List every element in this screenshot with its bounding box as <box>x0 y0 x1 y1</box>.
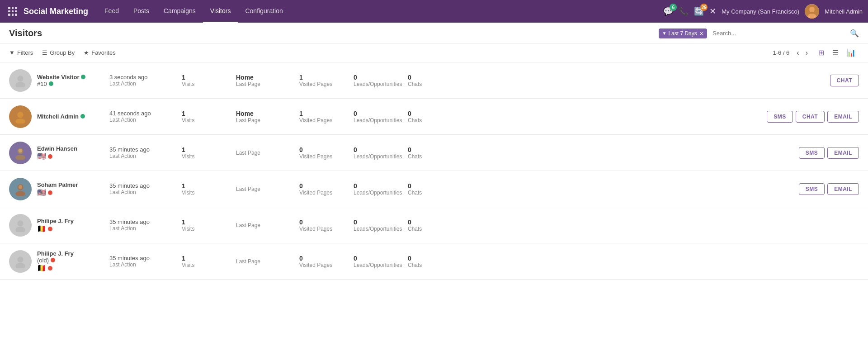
last-page-col: Last Page <box>236 258 299 265</box>
table-row: Website Visitor#10 3 seconds ago Last Ac… <box>0 62 868 99</box>
visitor-info: Mitchell Admin <box>37 113 109 120</box>
apps-menu-icon[interactable] <box>5 4 20 19</box>
nav-visitors[interactable]: Visitors <box>203 0 238 23</box>
visitor-flag-row: 🇺🇸 <box>37 188 109 197</box>
visitor-avatar <box>9 142 32 164</box>
leads-count: 0 <box>354 74 408 81</box>
next-page-btn[interactable]: › <box>803 48 811 58</box>
group-by-label: Group By <box>50 49 75 56</box>
visits-label: Visits <box>182 81 236 87</box>
visited-pages-label: Visited Pages <box>299 262 354 268</box>
leads-label: Leads/Opportunities <box>354 226 408 232</box>
visited-pages-count: 1 <box>299 74 354 81</box>
chats-count: 0 <box>408 146 462 153</box>
chats-label: Chats <box>408 262 462 268</box>
user-avatar[interactable] <box>805 4 819 19</box>
action-sms-btn[interactable]: SMS <box>767 111 793 123</box>
visitor-time: 3 seconds ago Last Action <box>109 74 182 87</box>
action-buttons: CHAT <box>830 75 859 86</box>
nav-feed[interactable]: Feed <box>97 0 126 23</box>
action-email-btn[interactable]: EMAIL <box>827 147 859 159</box>
action-chat-btn[interactable]: CHAT <box>796 111 825 123</box>
toolbar-right: 1-6 / 6 ‹ › ⊞ ☰ 📊 <box>773 47 859 58</box>
chats-col: 0 Chats <box>408 146 462 160</box>
nav-posts[interactable]: Posts <box>126 0 156 23</box>
user-name[interactable]: Mitchell Admin <box>825 8 863 15</box>
visited-pages-count: 0 <box>299 182 354 190</box>
leads-count: 0 <box>354 146 408 153</box>
filters-btn[interactable]: ▼ Filters <box>9 49 33 56</box>
action-sms-btn[interactable]: SMS <box>799 147 825 159</box>
chats-label: Chats <box>408 117 462 124</box>
filter-tag-label: Last 7 Days <box>668 30 697 37</box>
visits-count: 1 <box>182 218 236 226</box>
chats-col: 0 Chats <box>408 110 462 124</box>
last-page-col: Last Page <box>236 222 299 228</box>
group-by-btn[interactable]: ☰ Group By <box>42 49 75 56</box>
leads-col: 0 Leads/Opportunities <box>354 218 408 232</box>
nav-campaigns[interactable]: Campaigns <box>156 0 203 23</box>
close-icon-btn[interactable]: ✕ <box>709 6 716 16</box>
leads-label: Leads/Opportunities <box>354 190 408 196</box>
nav-configuration[interactable]: Configuration <box>238 0 290 23</box>
list-view-btn[interactable]: ☰ <box>829 47 842 58</box>
kanban-view-btn[interactable]: ⊞ <box>815 47 827 58</box>
leads-label: Leads/Opportunities <box>354 81 408 87</box>
visited-pages-count: 0 <box>299 146 354 153</box>
status-dot <box>49 81 53 86</box>
chats-col: 0 Chats <box>408 218 462 232</box>
svg-point-14 <box>15 227 25 232</box>
leads-count: 0 <box>354 182 408 190</box>
visits-label: Visits <box>182 226 236 232</box>
svg-point-3 <box>17 76 23 81</box>
visited-pages-label: Visited Pages <box>299 226 354 232</box>
last-action-time: 35 minutes ago <box>109 218 182 225</box>
app-header: Social Marketing Feed Posts Campaigns Vi… <box>0 0 868 23</box>
visits-col: 1 Visits <box>182 110 236 124</box>
last-page-value: Home <box>236 110 299 117</box>
visited-pages-col: 0 Visited Pages <box>299 255 354 268</box>
table-row: Mitchell Admin 41 seconds ago Last Actio… <box>0 99 868 135</box>
country-flag: 🇧🇪 <box>37 264 46 272</box>
visitor-name: Mitchell Admin <box>37 113 109 120</box>
country-flag: 🇺🇸 <box>37 152 46 161</box>
visits-label: Visits <box>182 117 236 124</box>
phone-icon-btn[interactable]: 📞 <box>679 6 689 16</box>
svg-point-1 <box>809 7 815 12</box>
visitor-time: 35 minutes ago Last Action <box>109 218 182 232</box>
chart-view-btn[interactable]: 📊 <box>844 47 859 58</box>
visited-pages-label: Visited Pages <box>299 153 354 160</box>
action-buttons: SMSEMAIL <box>799 183 859 195</box>
svg-point-8 <box>15 155 25 160</box>
visits-col: 1 Visits <box>182 74 236 87</box>
search-input[interactable] <box>711 28 846 38</box>
chats-label: Chats <box>408 153 462 160</box>
page-header: Visitors ▼ Last 7 Days × 🔍 <box>0 23 868 43</box>
leads-label: Leads/Opportunities <box>354 153 408 160</box>
favorites-icon: ★ <box>84 49 89 56</box>
visitor-info: Website Visitor#10 <box>37 74 109 87</box>
leads-count: 0 <box>354 110 408 117</box>
svg-point-16 <box>15 263 25 268</box>
leads-col: 0 Leads/Opportunities <box>354 255 408 268</box>
last-page-label: Last Page <box>236 222 299 228</box>
action-email-btn[interactable]: EMAIL <box>827 183 859 195</box>
action-email-btn[interactable]: EMAIL <box>827 111 859 123</box>
action-sms-btn[interactable]: SMS <box>799 183 825 195</box>
filter-remove-btn[interactable]: × <box>700 30 703 37</box>
table-row: Soham Palmer🇺🇸 35 minutes ago Last Actio… <box>0 171 868 207</box>
visitor-flag-row: 🇺🇸 <box>37 152 109 161</box>
activity-icon-btn[interactable]: 🔄 29 <box>694 6 704 16</box>
filters-icon: ▼ <box>9 49 15 56</box>
favorites-btn[interactable]: ★ Favorites <box>84 49 115 56</box>
visitor-flag-row: 🇧🇪 <box>37 224 109 233</box>
prev-page-btn[interactable]: ‹ <box>794 48 802 58</box>
leads-col: 0 Leads/Opportunities <box>354 182 408 196</box>
search-icon[interactable]: 🔍 <box>850 29 859 38</box>
visited-pages-count: 0 <box>299 255 354 262</box>
table-row: Edwin Hansen🇺🇸 35 minutes ago Last Actio… <box>0 135 868 171</box>
chat-icon-btn[interactable]: 💬 6 <box>663 6 673 16</box>
visitor-name-sub: #10 <box>37 81 109 87</box>
action-chat-btn[interactable]: CHAT <box>830 75 859 86</box>
status-dot <box>81 75 85 79</box>
